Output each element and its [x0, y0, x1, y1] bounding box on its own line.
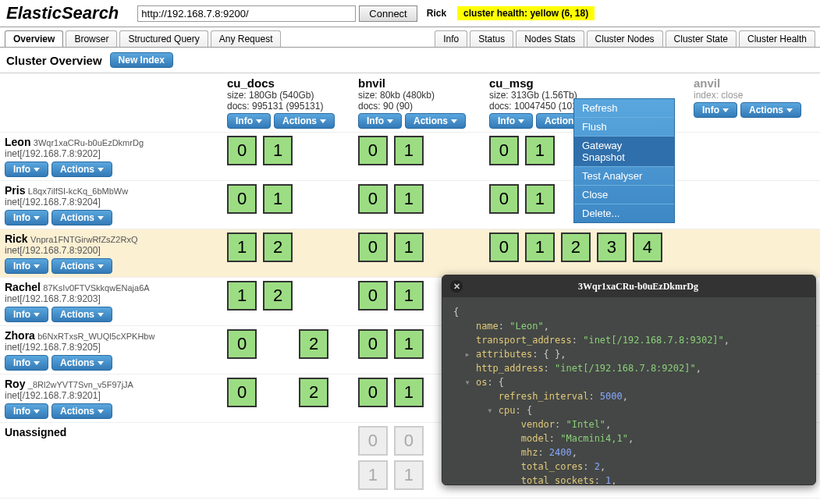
actions-button[interactable]: Actions	[274, 113, 335, 129]
shard[interactable]: 0	[489, 136, 519, 165]
index-size: size: 80kb (480kb)	[358, 90, 480, 101]
new-index-button[interactable]: New Index	[110, 52, 173, 68]
actions-button[interactable]: Actions	[740, 102, 801, 118]
caret-icon	[98, 264, 104, 268]
json-content: { name: "Leon", transport_address: "inet…	[442, 297, 815, 485]
actions-button[interactable]: Actions	[51, 161, 112, 177]
info-button[interactable]: Info	[694, 102, 737, 118]
info-button[interactable]: Info	[5, 307, 48, 322]
shard[interactable]: 1	[263, 184, 293, 214]
info-button[interactable]: Info	[5, 355, 48, 371]
shard[interactable]: 1	[394, 136, 424, 165]
shard[interactable]: 1	[394, 378, 424, 407]
shard[interactable]: 1	[263, 136, 293, 165]
node-name: Pris	[5, 184, 25, 197]
actions-button[interactable]: Actions	[51, 403, 112, 419]
info-button[interactable]: Info	[5, 403, 48, 419]
tab-nodes-stats[interactable]: Nodes Stats	[516, 30, 584, 47]
actions-menu[interactable]: RefreshFlushGateway SnapshotTest Analyse…	[573, 98, 675, 223]
info-button[interactable]: Info	[5, 161, 48, 177]
tab-cluster-nodes[interactable]: Cluster Nodes	[587, 30, 663, 47]
cluster-name: Rick	[427, 8, 446, 19]
menu-item-close[interactable]: Close	[574, 185, 674, 204]
shard[interactable]: 1	[227, 281, 257, 311]
shard[interactable]: 4	[633, 232, 662, 262]
tab-status[interactable]: Status	[470, 30, 513, 47]
actions-button[interactable]: Actions	[51, 355, 112, 371]
tab-info[interactable]: Info	[435, 30, 467, 47]
shard[interactable]: 2	[299, 329, 328, 359]
shard[interactable]: 0	[489, 232, 519, 262]
index-name: cu_docs	[227, 76, 349, 90]
unassigned-shard: 1	[358, 460, 388, 490]
shard[interactable]: 0	[358, 329, 388, 359]
close-icon[interactable]: ✕	[450, 280, 463, 293]
shard[interactable]: 0	[358, 378, 388, 407]
menu-item-refresh[interactable]: Refresh	[574, 99, 674, 117]
shard[interactable]: 2	[561, 232, 591, 262]
shard[interactable]: 0	[358, 232, 388, 262]
cluster-health: cluster health: yellow (6, 18)	[457, 6, 595, 20]
index-name: bnvil	[358, 76, 480, 90]
info-button[interactable]: Info	[5, 210, 48, 225]
tab-structured-query[interactable]: Structured Query	[119, 30, 208, 47]
shard[interactable]: 0	[358, 184, 388, 214]
shard[interactable]: 0	[358, 281, 388, 311]
shard[interactable]: 1	[525, 232, 555, 262]
node-address: inet[/192.168.7.8:9203]	[5, 293, 218, 304]
shard[interactable]: 0	[489, 184, 519, 214]
caret-icon	[34, 361, 40, 365]
connect-button[interactable]: Connect	[359, 5, 417, 22]
shard[interactable]: 2	[263, 281, 293, 311]
actions-button[interactable]: Actions	[51, 307, 112, 322]
tab-browser[interactable]: Browser	[66, 30, 117, 47]
shard[interactable]: 0	[227, 378, 257, 407]
info-button[interactable]: Info	[358, 113, 402, 129]
info-button[interactable]: Info	[489, 113, 533, 129]
shard[interactable]: 0	[358, 136, 388, 165]
shard[interactable]: 1	[525, 184, 555, 214]
shard[interactable]: 0	[227, 136, 257, 165]
tab-cluster-state[interactable]: Cluster State	[666, 30, 737, 47]
caret-icon	[98, 313, 104, 317]
menu-item-delete-[interactable]: Delete...	[574, 204, 674, 222]
shard[interactable]: 2	[299, 378, 328, 407]
node-id: _8Rl2wYVT7Svn_v5F97jJA	[28, 380, 133, 389]
shard[interactable]: 1	[394, 281, 424, 311]
tab-overview[interactable]: Overview	[5, 30, 63, 47]
shard[interactable]: 1	[525, 136, 555, 165]
menu-item-gateway-snapshot[interactable]: Gateway Snapshot	[574, 136, 674, 166]
caret-icon	[722, 108, 729, 112]
shard[interactable]: 1	[394, 184, 424, 214]
node-id: L8qx7ilfSI-kcKq_6bMbWw	[28, 186, 128, 196]
index-size: index: close	[694, 90, 815, 101]
actions-button[interactable]: Actions	[51, 210, 112, 225]
tab-any-request[interactable]: Any Request	[211, 30, 282, 47]
caret-icon	[34, 168, 40, 172]
info-button[interactable]: Info	[227, 113, 271, 129]
caret-icon	[34, 313, 40, 317]
shard[interactable]: 1	[227, 232, 257, 262]
actions-button[interactable]: Actions	[405, 113, 466, 129]
unassigned-shard: 1	[394, 460, 424, 490]
info-button[interactable]: Info	[5, 258, 48, 274]
index-size: size: 180Gb (540Gb)	[227, 90, 349, 101]
shard[interactable]: 1	[394, 329, 424, 359]
node-name: Roy	[5, 378, 25, 390]
unassigned-label: Unassigned	[5, 426, 66, 438]
node-id: 3Wqr1xaCRu-b0uEzDkmrDg	[34, 138, 144, 147]
node-name: Rick	[5, 232, 28, 245]
actions-button[interactable]: Actions	[51, 258, 112, 274]
unassigned-shard: 0	[358, 426, 388, 456]
shard[interactable]: 3	[597, 232, 627, 262]
caret-icon	[98, 361, 104, 365]
index-name: cu_msg	[489, 76, 684, 90]
menu-item-flush[interactable]: Flush	[574, 117, 674, 136]
url-input[interactable]	[137, 5, 356, 22]
shard[interactable]: 0	[227, 184, 257, 214]
menu-item-test-analyser[interactable]: Test Analyser	[574, 166, 674, 185]
shard[interactable]: 2	[263, 232, 293, 262]
shard[interactable]: 1	[394, 232, 424, 262]
shard[interactable]: 0	[227, 329, 257, 359]
tab-cluster-health[interactable]: Cluster Health	[739, 30, 815, 47]
